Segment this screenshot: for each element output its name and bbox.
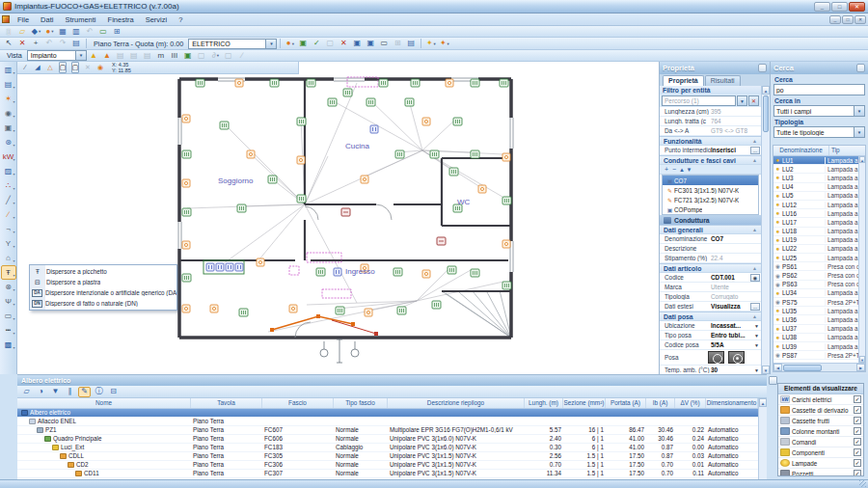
search-result-row[interactable]: LU34 Lampada a i bbox=[773, 289, 858, 298]
menu-item[interactable]: Strumenti bbox=[59, 15, 101, 24]
tool-button[interactable]: ∴ ▾ bbox=[1, 178, 16, 193]
dati-estesi-button[interactable]: Visualizza bbox=[711, 303, 750, 310]
toolbar-button[interactable]: ◆▾ bbox=[30, 26, 42, 37]
remove-conduit-button[interactable]: − bbox=[672, 166, 676, 173]
toolbar-button[interactable]: ▯ bbox=[3, 26, 15, 37]
search-result-row[interactable]: LU12 Lampada a i bbox=[773, 201, 858, 209]
display-element-row[interactable]: Comandi ✓ bbox=[778, 437, 863, 447]
toolbar-button[interactable]: ▤ bbox=[142, 50, 154, 61]
tab-risultati[interactable]: Risultati bbox=[705, 75, 741, 86]
maximize-button[interactable]: □ bbox=[831, 2, 848, 12]
search-result-row[interactable]: LU19 Lampada a i bbox=[773, 236, 858, 245]
toolbar-button[interactable]: ✦▾ bbox=[438, 39, 450, 49]
menu-item[interactable]: File bbox=[12, 15, 35, 24]
menu-item[interactable]: Dati bbox=[35, 15, 59, 24]
child-minimize-button[interactable]: _ bbox=[829, 15, 841, 24]
snap-button[interactable]: ∕ bbox=[19, 63, 31, 72]
snap-button[interactable]: ✕ bbox=[82, 63, 94, 72]
toolbar-button[interactable]: ▢ bbox=[324, 39, 337, 49]
toolbar-button[interactable]: ✕ bbox=[338, 39, 350, 49]
section-condutture[interactable]: Condutture e fasci cavi▲ bbox=[660, 155, 761, 165]
snap-button[interactable]: △ bbox=[44, 63, 56, 72]
search-result-row[interactable]: LU37 Lampada a i bbox=[773, 325, 858, 334]
more-button[interactable]: ... bbox=[750, 147, 760, 154]
child-close-button[interactable]: ✕ bbox=[854, 15, 866, 24]
toolbar-button[interactable]: ●▾ bbox=[43, 26, 56, 37]
column-header[interactable]: ΔV (%) bbox=[675, 398, 706, 408]
search-result-row[interactable]: LU17 Lampada a i bbox=[773, 218, 858, 227]
toolbar-button[interactable]: m bbox=[155, 50, 168, 61]
tree-row[interactable]: PZ1 Piano Terra FC607 Normale Multipolar… bbox=[17, 426, 758, 435]
pin-icon[interactable] bbox=[758, 64, 767, 72]
flyout-menu-item[interactable]: DN Dispersore di fatto o naturale (DN) bbox=[30, 298, 176, 309]
toolbar-button[interactable]: ↶ bbox=[43, 39, 56, 49]
search-result-row[interactable]: LU25 Lampada a i bbox=[773, 254, 858, 262]
tool-button[interactable]: ⊗ ▾ bbox=[1, 280, 16, 294]
toolbar-button[interactable]: ∕ bbox=[236, 50, 249, 61]
display-element-row[interactable]: Componenti ✓ bbox=[778, 447, 863, 458]
codice-field[interactable]: CDT.001 bbox=[711, 274, 750, 281]
search-result-row[interactable]: PS87 Presa 2P+T bbox=[773, 351, 858, 360]
tree-toolbar-button[interactable]: ∥ bbox=[64, 387, 76, 397]
column-header[interactable]: Lungh. (m) bbox=[525, 398, 563, 408]
tool-button[interactable]: ╱ ▾ bbox=[1, 193, 16, 207]
tool-button[interactable]: ▨ ▾ bbox=[1, 164, 16, 178]
column-header[interactable]: Nome bbox=[17, 398, 191, 408]
tree-row[interactable]: Albero elettrico bbox=[17, 409, 758, 418]
column-header[interactable]: Sezione (mm²) bbox=[563, 398, 606, 408]
toolbar-button[interactable]: ▲ bbox=[88, 50, 100, 61]
child-restore-button[interactable]: □ bbox=[842, 15, 854, 24]
toolbar-button[interactable]: ▣ bbox=[351, 39, 364, 49]
chevron-down-icon[interactable]: ▼ bbox=[854, 106, 864, 116]
tree-toolbar-button[interactable]: ⊟ bbox=[107, 387, 120, 397]
display-element-row[interactable]: Lampade ✓ bbox=[778, 458, 863, 469]
insert-point-button[interactable]: Inserisci bbox=[711, 147, 750, 153]
denominazione-field[interactable]: CO7 bbox=[711, 235, 761, 242]
tool-button[interactable]: ✶ ▾ bbox=[1, 92, 16, 106]
tipo-posa-select[interactable]: Entro tubi... bbox=[711, 332, 754, 339]
toolbar-button[interactable]: ▢ bbox=[196, 50, 208, 61]
system-select[interactable]: ELETTRICO ▼ bbox=[188, 39, 277, 49]
tool-button[interactable]: Ψ ▾ bbox=[1, 294, 16, 309]
tool-button[interactable]: ⊛ ▾ bbox=[1, 135, 16, 149]
tool-button[interactable]: Ŧ ▾ bbox=[1, 265, 16, 280]
search-catalog-icon[interactable]: ◉ bbox=[750, 274, 760, 282]
toolbar-button[interactable]: ▤ bbox=[405, 39, 418, 49]
toolbar-button[interactable]: ▤ bbox=[128, 50, 141, 61]
tree-row[interactable]: CDLL Piano Terra FC305 Normale Unipolare… bbox=[17, 452, 758, 461]
column-header[interactable]: Descrizione riepilogo bbox=[388, 398, 525, 408]
toolbar-button[interactable]: ▲ bbox=[101, 50, 114, 61]
flyout-menu-item[interactable]: Ŧ Dispersore a picchetto bbox=[30, 266, 176, 277]
tool-button[interactable]: Y ▾ bbox=[1, 236, 16, 251]
tool-button[interactable]: kW ▾ bbox=[1, 149, 16, 164]
toolbar-button[interactable]: ▣ bbox=[297, 39, 310, 49]
list-scrollbar[interactable]: ▲▼ bbox=[858, 156, 865, 363]
entity-filter-select[interactable]: Percorso (1) bbox=[662, 95, 736, 106]
column-header[interactable]: Tavola bbox=[191, 398, 262, 408]
menu-item[interactable]: ? bbox=[173, 15, 188, 24]
search-result-row[interactable]: PS62 Presa con o bbox=[773, 271, 858, 280]
properties-scrollbar[interactable]: ▲▼ bbox=[761, 86, 770, 374]
column-denominazione[interactable]: Denominazione bbox=[773, 146, 829, 155]
drawing-canvas[interactable]: Soggiorno Cucina WC Ingresso ∕◢△▢▢✕◉ X: … bbox=[17, 62, 659, 374]
tool-button[interactable]: ▣ ▾ bbox=[1, 121, 16, 135]
flyout-menu-item[interactable]: ⊟ Dispersore a piastra bbox=[30, 277, 176, 287]
codice-posa-select[interactable]: 5/5A bbox=[711, 341, 754, 348]
close-button[interactable]: ✕ bbox=[849, 2, 865, 12]
toolbar-button[interactable]: ✕ bbox=[16, 39, 29, 49]
minimize-button[interactable]: _ bbox=[814, 2, 830, 12]
conduit-tree-row[interactable]: ✎ FC721 3(1x2.5) N07V-K bbox=[663, 195, 758, 204]
search-result-row[interactable]: LU36 Lampada a i bbox=[773, 315, 858, 324]
chevron-down-icon[interactable]: ▼ bbox=[737, 95, 747, 106]
toolbar-button[interactable]: ✦▾ bbox=[424, 39, 437, 49]
toolbar-button[interactable]: ●▾ bbox=[284, 39, 296, 49]
display-element-row[interactable]: Cassette frutti ✓ bbox=[778, 416, 863, 426]
toolbar-button[interactable]: ↖ bbox=[3, 39, 15, 49]
toolbar-button[interactable]: ▣ bbox=[365, 39, 377, 49]
toolbar-button[interactable]: ∂▾ bbox=[209, 50, 222, 61]
search-result-row[interactable]: LU1 Lampada a i bbox=[773, 156, 858, 165]
snap-button[interactable]: ◉ bbox=[95, 63, 106, 72]
snap-button[interactable]: ▢ bbox=[57, 63, 68, 72]
search-result-row[interactable]: LU5 Lampada a i bbox=[773, 192, 858, 201]
tool-button[interactable]: ⌂ ▾ bbox=[1, 251, 16, 265]
